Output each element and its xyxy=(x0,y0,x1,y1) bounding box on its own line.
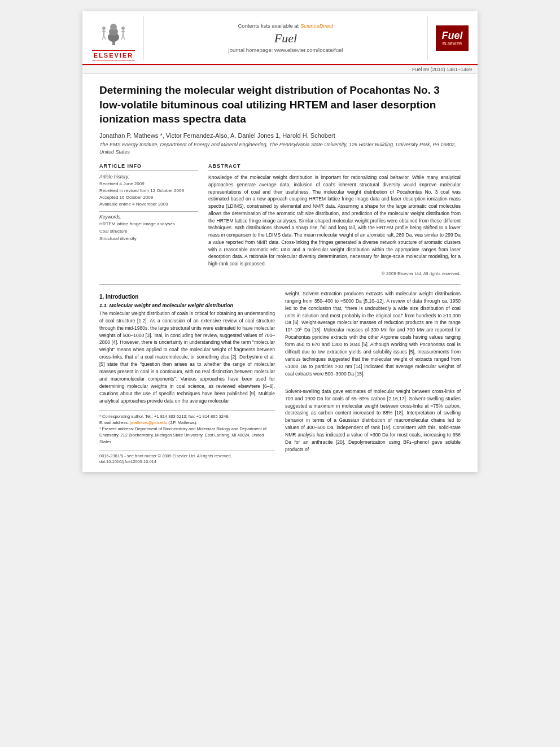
svg-point-3 xyxy=(110,24,117,30)
elsevier-tree-icon xyxy=(98,16,129,47)
copyright: © 2009 Elsevier Ltd. All rights reserved… xyxy=(208,271,461,276)
article-title: Determining the molecular weight distrib… xyxy=(99,83,461,126)
citation-text: Fuel 89 (2010) 1461–1469 xyxy=(412,67,472,72)
main-content: Determining the molecular weight distrib… xyxy=(82,74,478,472)
footnote-email-suffix: (J.P. Mathews). xyxy=(168,420,197,425)
footer-issn: 0016-2361/$ - see front matter © 2009 El… xyxy=(99,453,232,458)
fuel-logo-area: Fuel ELSEVIER xyxy=(432,16,472,60)
article-info-heading: ARTICLE INFO xyxy=(99,163,198,171)
svg-line-8 xyxy=(104,36,106,40)
footnote-star: * Corresponding author. Tel.: +1 814 863… xyxy=(99,413,275,420)
svg-line-7 xyxy=(102,36,104,40)
article-info-col: ARTICLE INFO Article history: Received 4… xyxy=(99,163,198,276)
keyword-1: HRTEM lattice fringe: image analyses xyxy=(99,221,198,228)
affiliation: The EMS Energy Institute, Department of … xyxy=(99,141,461,155)
body-two-col: 1. Introduction 1.1. Molecular weight an… xyxy=(99,290,461,464)
svg-point-4 xyxy=(102,27,106,30)
citation-bar: Fuel 89 (2010) 1461–1469 xyxy=(82,65,478,74)
keyword-3: Structural diversity xyxy=(99,235,198,243)
fuel-logo-text: Fuel xyxy=(441,30,462,42)
journal-info-center: Contents lists available at ScienceDirec… xyxy=(143,16,428,60)
abstract-heading: ABSTRACT xyxy=(208,163,461,171)
page: ELSEVIER Contents lists available at Sci… xyxy=(82,11,478,472)
authors: Jonathan P. Mathews *, Victor Fernandez-… xyxy=(99,132,461,139)
body-right-col: weight. Solvent extraction produces extr… xyxy=(285,290,461,464)
accepted: Accepted 16 October 2009 xyxy=(99,194,198,201)
footnote-1: ¹ Present address: Department of Biochem… xyxy=(99,426,275,445)
body-left-col: 1. Introduction 1.1. Molecular weight an… xyxy=(99,290,275,464)
journal-homepage: journal homepage: www.elsevier.com/locat… xyxy=(229,47,343,53)
journal-name: Fuel xyxy=(274,31,297,46)
section-divider xyxy=(99,284,461,285)
footnote-email-address[interactable]: jmathews@psu.edu xyxy=(130,420,167,425)
abstract-text: Knowledge of the molecular weight distri… xyxy=(208,174,461,268)
abstract-col: ABSTRACT Knowledge of the molecular weig… xyxy=(208,163,461,276)
article-info-abstract: ARTICLE INFO Article history: Received 4… xyxy=(99,163,461,276)
footnotes: * Corresponding author. Tel.: +1 814 863… xyxy=(99,410,275,445)
svg-line-12 xyxy=(121,36,123,40)
footnote-email: E-mail address: jmathews@psu.edu (J.P. M… xyxy=(99,420,275,426)
svg-point-9 xyxy=(121,27,125,30)
keywords-list: HRTEM lattice fringe: image analyses Coa… xyxy=(99,221,198,242)
elsevier-logo: ELSEVIER xyxy=(88,16,139,60)
sciencedirect-line: Contents lists available at ScienceDirec… xyxy=(238,23,334,29)
journal-header: ELSEVIER Contents lists available at Sci… xyxy=(82,11,478,65)
footer-bar: 0016-2361/$ - see front matter © 2009 El… xyxy=(99,451,275,458)
intro-paragraph3: Solvent-swelling data gave estimates of … xyxy=(285,388,461,453)
footer-doi: doi:10.1016/j.fuel.2009.10.014 xyxy=(99,459,275,464)
fuel-logo-box: Fuel ELSEVIER xyxy=(436,25,468,51)
svg-line-13 xyxy=(123,36,125,40)
elsevier-logo-area: ELSEVIER xyxy=(88,16,139,60)
keywords-label: Keywords: xyxy=(99,214,198,220)
sciencedirect-link[interactable]: ScienceDirect xyxy=(300,23,334,29)
history-label: Article history: xyxy=(99,174,198,180)
intro-paragraph2: weight. Solvent extraction produces extr… xyxy=(285,290,461,378)
received1: Received 4 June 2009 xyxy=(99,181,198,187)
intro-paragraph1: The molecular weight distribution of coa… xyxy=(99,310,275,405)
intro-section-title: 1. Introduction xyxy=(99,294,275,300)
elsevier-brand-text: ELSEVIER xyxy=(92,50,135,60)
keyword-2: Coal structure xyxy=(99,228,198,235)
info-divider xyxy=(99,211,198,212)
available-online: Available online 4 November 2009 xyxy=(99,201,198,208)
received2: Received in revised form 12 October 2009 xyxy=(99,187,198,194)
intro-subsection-title: 1.1. Molecular weight and molecular weig… xyxy=(99,303,275,308)
fuel-logo-sub: ELSEVIER xyxy=(441,42,462,46)
